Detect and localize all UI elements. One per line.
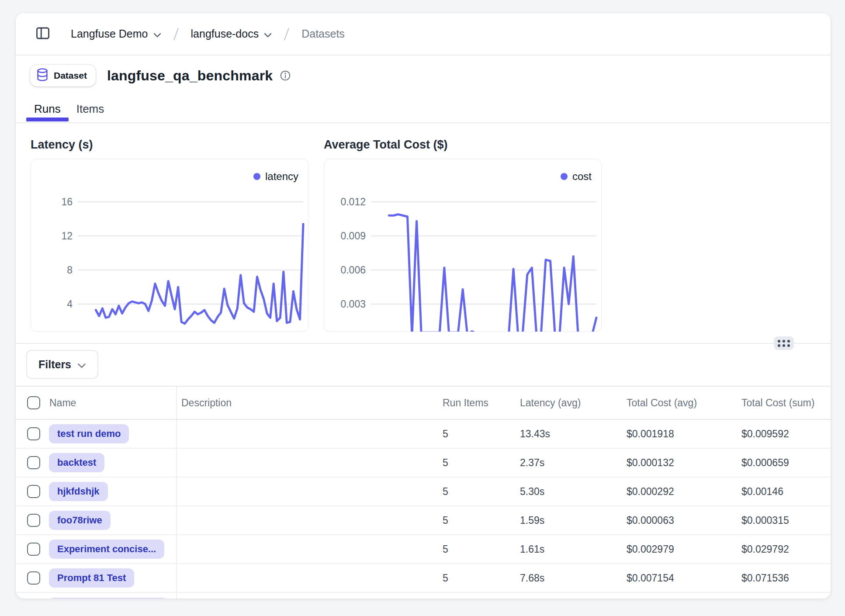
cell-run-items: 5 [443,486,448,498]
cell-total-cost-sum: $0.000315 [741,515,789,526]
filters-button[interactable]: Filters [26,350,98,379]
sidebar-toggle-button[interactable] [32,23,53,45]
data-line [96,224,303,324]
cell-total-cost-avg: $0.000292 [627,486,674,498]
cell-total-cost-sum: $0.000659 [741,457,789,469]
run-name-link[interactable]: backtest [49,453,104,472]
breadcrumb-bar: Langfuse Demo langfuse-docs Datasets [16,13,831,55]
main-panel: Langfuse Demo langfuse-docs Datasets [16,13,831,599]
run-name-link[interactable] [49,598,168,599]
cell-latency-avg: 7.68s [520,572,544,584]
y-axis-tick-label: 4 [67,298,73,310]
run-name-link[interactable]: Experiment concise... [49,540,164,559]
table-row: foo78riwe51.59s$0.000063$0.000315 [16,506,831,535]
row-checkbox[interactable] [27,485,40,498]
breadcrumb-org-label: Langfuse Demo [71,28,148,40]
tab-runs[interactable]: Runs [26,97,69,122]
table-row: hjkfdshjk55.30s$0.000292$0.00146 [16,478,831,506]
breadcrumb-page: Datasets [301,28,345,40]
cell-total-cost-sum: $0.029792 [741,543,789,555]
select-all-checkbox[interactable] [27,396,40,409]
filters-button-label: Filters [38,358,71,371]
page-title: langfuse_qa_benchmark [107,68,273,84]
y-axis-tick-label: 16 [61,196,73,208]
cell-total-cost-sum: $0.071536 [741,572,789,584]
cell-latency-avg: 1.59s [520,515,544,526]
tab-items-label: Items [76,97,104,116]
cell-run-items: 5 [443,515,448,526]
cell-latency-avg: 2.37s [520,457,544,469]
grip-dots-icon [778,340,790,347]
charts-section-divider [16,343,831,344]
breadcrumb-project-selector[interactable]: langfuse-docs [191,28,272,40]
cost-chart-title: Average Total Cost ($) [324,138,448,152]
column-header-description[interactable]: Description [181,397,232,409]
table-header-row: Name Description Run Items Latency (avg)… [16,387,831,420]
dataset-title-row: Dataset langfuse_qa_benchmark [30,65,291,87]
legend-dot-icon [561,173,568,180]
breadcrumb-project-label: langfuse-docs [191,28,259,40]
chevron-down-icon [264,28,272,40]
chevron-down-icon [77,358,86,371]
column-header-name[interactable]: Name [49,397,76,409]
row-checkbox[interactable] [27,514,40,527]
column-header-latency-avg[interactable]: Latency (avg) [520,397,581,409]
row-checkbox[interactable] [27,543,40,556]
column-header-total-cost-sum[interactable]: Total Cost (sum) [741,397,814,409]
dataset-badge: Dataset [30,65,96,87]
latency-line-chart: 161284 [31,159,308,332]
y-axis-tick-label: 12 [61,230,73,242]
breadcrumb-separator [173,27,180,42]
cost-chart: cost 0.0120.0090.0060.003 [324,159,602,332]
cell-total-cost-sum: $0.00146 [741,486,783,498]
table-row: Experiment concise...51.61s$0.002979$0.0… [16,535,831,564]
cell-latency-avg: 5.30s [520,486,544,498]
row-checkbox[interactable] [27,571,40,585]
runs-table: Name Description Run Items Latency (avg)… [16,386,831,599]
latency-chart: latency 161284 [31,159,308,332]
cell-latency-avg: 13.43s [520,428,550,440]
breadcrumb: Langfuse Demo langfuse-docs Datasets [71,27,345,42]
y-axis-tick-label: 0.009 [340,230,366,242]
cell-total-cost-avg: $0.002979 [627,543,674,555]
cell-total-cost-sum: $0.009592 [741,428,789,440]
y-axis-tick-label: 0.006 [340,264,366,276]
latency-chart-legend: latency [253,170,298,183]
cell-total-cost-avg: $0.000132 [627,457,674,469]
cell-run-items: 5 [443,543,448,555]
tabs: Runs Items [16,97,831,123]
cell-run-items: 5 [443,457,448,469]
database-icon [36,68,48,83]
y-axis-tick-label: 0.012 [340,196,366,208]
charts-resize-handle[interactable] [774,336,794,350]
run-name-link[interactable]: hjkfdshjk [49,482,108,501]
table-row: test run demo513.43s$0.001918$0.009592 [16,420,831,449]
table-row: backtest52.37s$0.000132$0.000659 [16,449,831,478]
cell-latency-avg: 1.61s [520,543,544,555]
cell-total-cost-avg: $0.001918 [627,428,674,440]
data-line [389,215,596,332]
run-name-link[interactable]: test run demo [49,424,129,443]
dataset-badge-label: Dataset [54,70,87,81]
breadcrumb-org-selector[interactable]: Langfuse Demo [71,28,161,40]
legend-label: latency [265,170,298,183]
chevron-down-icon [153,28,161,40]
tab-items[interactable]: Items [69,97,112,122]
latency-chart-title: Latency (s) [31,138,93,152]
cell-run-items: 5 [443,572,448,584]
row-checkbox[interactable] [27,427,40,440]
cost-line-chart: 0.0120.0090.0060.003 [324,159,601,332]
breadcrumb-separator [283,27,290,42]
row-checkbox[interactable] [27,456,40,469]
sidebar-panel-icon [35,25,51,42]
run-name-link[interactable]: Prompt 81 Test [49,568,134,588]
cost-chart-legend: cost [561,170,592,183]
y-axis-tick-label: 8 [67,264,73,276]
cell-total-cost-avg: $0.000063 [627,515,674,526]
column-header-run-items[interactable]: Run Items [443,397,488,409]
info-icon[interactable] [280,70,291,81]
column-header-total-cost-avg[interactable]: Total Cost (avg) [627,397,697,409]
run-name-link[interactable]: foo78riwe [49,511,111,530]
tab-runs-label: Runs [34,97,61,116]
y-axis-tick-label: 0.003 [340,298,366,310]
